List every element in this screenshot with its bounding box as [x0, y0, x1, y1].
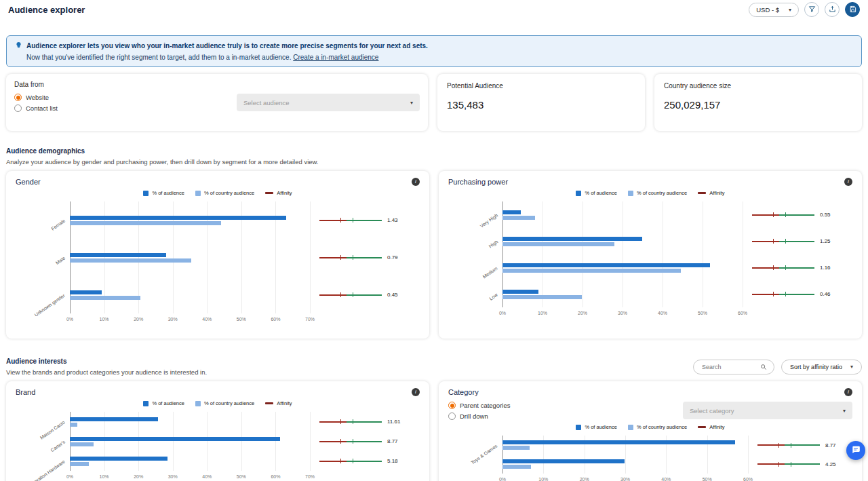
bar-pct-country-audience [502, 295, 582, 299]
chart-row [502, 436, 748, 455]
select-category-placeholder: Select category [690, 407, 734, 415]
affinity-row: 5.18 [319, 451, 420, 471]
search-icon [760, 361, 767, 373]
select-audience-dropdown[interactable]: Select audience ▾ [237, 94, 420, 111]
radio-contact-list-label: Contact list [26, 104, 58, 112]
bar-pct-audience [70, 457, 167, 461]
x-axis: 0%10%20%30%40%50%60%70% [70, 315, 310, 324]
bar-pct-audience [502, 440, 735, 444]
axis-tick: 20% [580, 477, 589, 481]
legend-swatch-icon [143, 401, 149, 406]
summary-cards-row: Data from Website Contact list Select au… [6, 74, 862, 131]
legend-swatch-icon [143, 191, 149, 196]
radio-parent-categories-label: Parent categories [460, 402, 510, 409]
radio-drill-down[interactable]: Drill down [448, 412, 510, 420]
gender-chart-title: Gender [16, 178, 41, 186]
banner-body: Now that you've identified the right seg… [26, 54, 291, 61]
chat-button[interactable] [846, 441, 865, 460]
axis-tick: 10% [538, 477, 548, 481]
affinity-value: 4.25 [825, 461, 836, 467]
info-banner: Audience explorer lets you view who your… [6, 35, 862, 67]
bar-group [70, 417, 310, 427]
affinity-gauge [757, 463, 820, 465]
search-input[interactable] [701, 363, 756, 371]
bar-group [70, 457, 310, 466]
filter-button[interactable] [804, 2, 819, 17]
chevron-down-icon: ▾ [410, 100, 413, 106]
axis-tick: 40% [658, 311, 667, 315]
affinity-row: 0.45 [319, 276, 420, 313]
legend-label: % of audience [585, 190, 617, 196]
chart-legend: % of audience% of country audienceAffini… [16, 190, 420, 196]
banner-body-row: Now that you've identified the right seg… [15, 54, 853, 61]
gridline [310, 201, 311, 313]
chart-row [70, 276, 310, 313]
chat-bubble-icon [851, 445, 861, 457]
legend-item: % of audience [576, 424, 617, 430]
country-audience-value: 250,029,157 [664, 99, 852, 111]
chart-row [502, 228, 743, 254]
select-category-dropdown[interactable]: Select category ▾ [683, 402, 852, 419]
info-icon[interactable]: i [844, 388, 852, 396]
affinity-gauge [319, 421, 382, 423]
legend-swatch-icon [628, 425, 633, 430]
legend-item: Affinity [698, 190, 724, 196]
currency-select[interactable]: USD - $ ▾ [749, 3, 799, 17]
legend-item: % of audience [143, 190, 184, 196]
select-audience-placeholder: Select audience [243, 99, 290, 107]
chart-head: Brand i [16, 388, 420, 396]
bar-group [70, 437, 310, 446]
bar-group [502, 263, 743, 273]
data-from-title: Data from [14, 81, 420, 88]
legend-label: % of audience [152, 190, 184, 196]
axis-tick: 0% [66, 317, 73, 322]
axis-tick: 60% [743, 477, 753, 481]
x-axis: 0%10%20%30%40%50%60%70% [70, 473, 310, 481]
x-axis: 0%10%20%30%40%50%60% [502, 309, 743, 318]
affinity-gauge [319, 220, 382, 221]
affinity-row: 0.46 [752, 281, 852, 307]
info-icon[interactable]: i [412, 388, 420, 396]
affinity-gauge [752, 294, 814, 295]
bar-group [502, 440, 748, 450]
potential-audience-value: 135,483 [447, 99, 635, 111]
axis-tick: 40% [661, 477, 671, 481]
affinity-gauge [757, 444, 820, 446]
category-label: Very High [479, 213, 498, 229]
legend-item: % of country audience [195, 400, 254, 406]
radio-parent-categories[interactable]: Parent categories [448, 402, 510, 409]
banner-headline-row: Audience explorer lets you view who your… [15, 41, 853, 50]
chart-row [70, 451, 310, 471]
chart-legend: % of audience% of country audienceAffini… [448, 424, 852, 430]
bar-pct-audience [502, 210, 521, 214]
purchasing-power-chart: Very HighHighMediumLow0%10%20%30%40%50%6… [448, 201, 852, 318]
create-audience-link[interactable]: Create a in-market audience [293, 54, 378, 61]
save-button[interactable] [845, 2, 860, 17]
info-icon[interactable]: i [844, 178, 852, 186]
legend-item: % of audience [576, 190, 617, 196]
category-label: Restoration Hardware [25, 459, 66, 481]
affinity-value: 1.16 [820, 265, 831, 271]
category-label: Low [488, 292, 498, 301]
category-controls: Parent categories Drill down Select cate… [448, 402, 852, 420]
legend-label: Affinity [709, 424, 724, 430]
plot-area [70, 412, 310, 471]
interests-section-head: Audience interests View the brands and p… [6, 358, 862, 376]
axis-tick: 50% [237, 317, 246, 322]
sort-dropdown[interactable]: Sort by affinity ratio ▾ [781, 360, 862, 374]
legend-label: % of country audience [204, 190, 254, 196]
chart-body: Toys & Games0%10%20%30%40%50%60%8.774.25 [448, 436, 852, 481]
affinity-line-icon [698, 426, 706, 428]
affinity-gauge [319, 441, 382, 442]
plot-wrap: 0%10%20%30%40%50%60%70% [70, 201, 310, 324]
axis-tick: 50% [703, 477, 712, 481]
legend-swatch-icon [576, 191, 581, 196]
axis-tick: 30% [168, 317, 178, 322]
plot-area [502, 436, 748, 474]
affinity-value: 0.55 [820, 212, 831, 218]
info-icon[interactable]: i [412, 178, 420, 186]
chart-body: FemaleMaleUnknown gender0%10%20%30%40%50… [16, 201, 420, 324]
chart-body: Very HighHighMediumLow0%10%20%30%40%50%6… [448, 201, 852, 318]
sort-label: Sort by affinity ratio [790, 364, 842, 370]
export-button[interactable] [825, 2, 840, 17]
